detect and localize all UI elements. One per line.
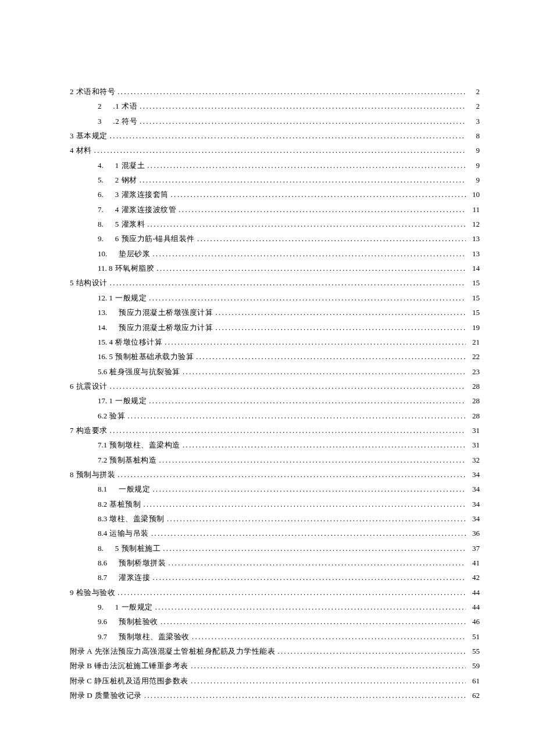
toc-entry-number: 2 bbox=[70, 84, 74, 99]
toc-entry: 5结构设计15 bbox=[70, 275, 480, 290]
toc-entry-title: 检验与验收 bbox=[76, 585, 116, 600]
toc-entry-title: 墩柱、盖梁预制 bbox=[109, 511, 165, 526]
toc-dot-leader bbox=[215, 305, 466, 320]
toc-entry: 3基本规定8 bbox=[70, 128, 480, 143]
toc-entry-title: .2 符号 bbox=[113, 114, 138, 128]
toc-entry-title: 桩身强度与抗裂验算 bbox=[109, 364, 180, 379]
toc-entry-title: 5 预制桩施工 bbox=[115, 541, 160, 556]
toc-entry-number: 8.6 bbox=[98, 556, 107, 570]
toc-entry-number: 附录 C bbox=[70, 673, 92, 688]
toc-entry-number: 5.6 bbox=[98, 364, 107, 379]
toc-entry-number: 17. 1 bbox=[98, 393, 113, 408]
toc-entry-number: 6 bbox=[70, 379, 74, 393]
toc-entry-title: 1 混凝土 bbox=[115, 158, 145, 173]
toc-dot-leader bbox=[152, 482, 466, 496]
toc-dot-leader bbox=[152, 246, 466, 261]
toc-entry-page: 44 bbox=[468, 585, 480, 600]
toc-entry: 2.1 术语2 bbox=[98, 99, 480, 113]
toc-dot-leader bbox=[152, 570, 466, 585]
toc-entry-title: 垫层砂浆 bbox=[119, 246, 150, 261]
toc-entry: 4.1 混凝土9 bbox=[98, 158, 480, 173]
toc-entry-page: 31 bbox=[468, 438, 480, 452]
toc-entry-page: 32 bbox=[468, 453, 480, 467]
toc-entry-number: 9. bbox=[98, 600, 104, 614]
toc-entry-number: 6. bbox=[98, 187, 104, 202]
toc-entry-number: 12. 1 bbox=[98, 291, 113, 305]
toc-entry: 10.垫层砂浆13 bbox=[98, 246, 480, 261]
toc-dot-leader bbox=[117, 467, 466, 482]
toc-entry-number: 16. 5 bbox=[98, 349, 113, 364]
toc-entry-title: 3 灌浆连接套筒 bbox=[115, 187, 169, 202]
toc-entry-title: 预应力混凝土桥墩强度计算 bbox=[119, 305, 213, 320]
toc-entry: 16. 5预制桩基础承载力验算22 bbox=[98, 349, 480, 364]
toc-entry: 17. 1一般规定28 bbox=[98, 393, 480, 408]
toc-entry: 9.7预制墩柱、盖梁验收51 bbox=[98, 629, 480, 644]
toc-entry-title: 基本规定 bbox=[76, 128, 108, 143]
toc-dot-leader bbox=[160, 614, 466, 629]
toc-entry-page: 22 bbox=[468, 349, 480, 364]
toc-entry-page: 28 bbox=[468, 393, 480, 408]
toc-dot-leader bbox=[149, 393, 466, 408]
toc-entry-title: 环氧树脂胶 bbox=[115, 261, 155, 275]
toc-entry-title: 结构设计 bbox=[76, 275, 108, 290]
toc-entry-page: 34 bbox=[468, 482, 480, 496]
toc-entry-number: 9.6 bbox=[98, 614, 107, 629]
toc-dot-leader bbox=[110, 423, 466, 438]
table-of-contents: 2术语和符号22.1 术语23.2 符号33基本规定84材料94.1 混凝土95… bbox=[70, 84, 480, 703]
toc-dot-leader bbox=[140, 99, 466, 113]
toc-entry-title: 质量验收记录 bbox=[95, 688, 142, 703]
toc-entry-number: 附录 A bbox=[70, 644, 92, 658]
toc-entry-title: 静压桩机及适用范围参数表 bbox=[94, 673, 188, 688]
toc-entry-page: 36 bbox=[468, 526, 480, 540]
toc-entry-number: 8. bbox=[98, 217, 104, 231]
toc-entry-page: 15 bbox=[468, 275, 480, 290]
toc-dot-leader bbox=[149, 291, 466, 305]
toc-entry-title: 基桩预制 bbox=[109, 497, 141, 511]
toc-entry-title: 预制墩柱、盖梁验收 bbox=[119, 629, 190, 644]
toc-dot-leader bbox=[183, 438, 466, 452]
toc-dot-leader bbox=[117, 84, 466, 99]
toc-entry-page: 62 bbox=[468, 688, 480, 703]
toc-entry-page: 10 bbox=[468, 187, 480, 202]
toc-entry-number: 14. bbox=[98, 320, 107, 335]
toc-entry-number: 4. bbox=[98, 158, 104, 173]
toc-entry-page: 3 bbox=[468, 114, 480, 128]
toc-entry-page: 2 bbox=[468, 99, 480, 113]
toc-entry-page: 41 bbox=[468, 556, 480, 570]
toc-entry-title: 锤击法沉桩施工锤重参考表 bbox=[94, 658, 188, 673]
toc-dot-leader bbox=[168, 556, 466, 570]
toc-entry-title: 先张法预应力高强混凝土管桩桩身配筋及力学性能表 bbox=[95, 644, 276, 658]
toc-entry-page: 44 bbox=[468, 600, 480, 614]
toc-dot-leader bbox=[127, 409, 466, 423]
toc-entry-number: 11. 8 bbox=[98, 261, 113, 275]
toc-dot-leader bbox=[94, 143, 466, 157]
toc-entry-page: 28 bbox=[468, 409, 480, 423]
toc-dot-leader bbox=[143, 497, 466, 511]
toc-entry-page: 59 bbox=[468, 658, 480, 673]
toc-entry-number: 15. 4 bbox=[98, 335, 113, 349]
toc-entry-number: 8.4 bbox=[98, 526, 107, 540]
toc-entry: 8.2基桩预制34 bbox=[98, 497, 480, 511]
toc-entry-number: 9 bbox=[70, 585, 74, 600]
toc-entry-number: 6.2 bbox=[98, 409, 107, 423]
toc-entry-page: 13 bbox=[468, 246, 480, 261]
toc-entry-number: 10. bbox=[98, 246, 107, 261]
toc-entry-title: 术语和符号 bbox=[76, 84, 116, 99]
toc-entry: 7.4 灌浆连接波纹管11 bbox=[98, 202, 480, 217]
toc-entry-title: 预制基桩构造 bbox=[109, 453, 156, 467]
toc-entry-title: 预应力混凝土桥墩应力计算 bbox=[119, 320, 213, 335]
toc-dot-leader bbox=[197, 231, 466, 246]
toc-entry-number: 8.7 bbox=[98, 570, 107, 585]
toc-entry-number: 8.2 bbox=[98, 497, 107, 511]
toc-dot-leader bbox=[165, 335, 466, 349]
toc-entry: 8.7灌浆连接42 bbox=[98, 570, 480, 585]
toc-dot-leader bbox=[151, 526, 466, 540]
toc-dot-leader bbox=[191, 673, 466, 688]
toc-entry: 8.6预制桥墩拼装41 bbox=[98, 556, 480, 570]
toc-entry: 9检验与验收44 bbox=[70, 585, 480, 600]
toc-dot-leader bbox=[192, 629, 466, 644]
toc-entry-page: 15 bbox=[468, 305, 480, 320]
toc-entry-page: 55 bbox=[468, 644, 480, 658]
toc-dot-leader bbox=[215, 320, 466, 335]
toc-entry-page: 9 bbox=[468, 173, 480, 187]
